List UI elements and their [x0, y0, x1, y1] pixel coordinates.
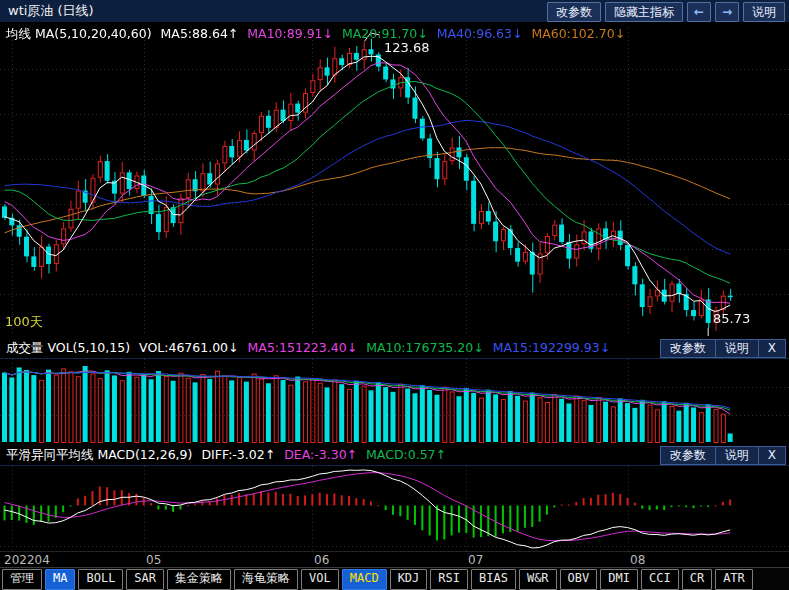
macd-value: DEA:-3.30↑	[284, 447, 357, 462]
ma-overlay-label: 均线 MA(5,10,20,40,60)	[6, 26, 152, 41]
volume-change-params-button[interactable]: 改参数	[661, 340, 715, 357]
hide-main-indicator-button[interactable]: 隐藏主指标	[605, 2, 683, 22]
indicator-toolbar: 管理MABOLLSAR集金策略海龟策略VOLMACDKDJRSIBIASW&RO…	[0, 567, 789, 590]
next-arrow-button[interactable]: →	[715, 2, 739, 22]
toolbar-item-海龟策略[interactable]: 海龟策略	[234, 569, 298, 590]
visible-range-label: 100天	[5, 313, 43, 331]
toolbar-item-bias[interactable]: BIAS	[471, 569, 516, 590]
toolbar-item-集金策略[interactable]: 集金策略	[167, 569, 231, 590]
toolbar-item-dmi[interactable]: DMI	[600, 569, 638, 590]
toolbar-item-boll[interactable]: BOLL	[78, 569, 123, 590]
macd-label: 平滑异同平均线 MACD(12,26,9)	[6, 447, 192, 462]
volume-value: MA10:176735.20↓	[366, 340, 484, 355]
ma-overlay-value: MA5:88.64↑	[161, 26, 239, 41]
ma-overlay-value: MA20:91.70↓	[342, 26, 428, 41]
toolbar-item-obv[interactable]: OBV	[560, 569, 598, 590]
volume-value: MA15:192299.93↓	[493, 340, 611, 355]
title-bar: wti原油 (日线) 改参数隐藏主指标←→说明	[0, 0, 789, 22]
peak-price-annotation: 123.68	[384, 40, 430, 55]
trough-price-annotation: 85.73	[713, 311, 750, 326]
toolbar-item-管理[interactable]: 管理	[2, 569, 42, 590]
title-bar-buttons: 改参数隐藏主指标←→说明	[547, 2, 785, 22]
axis-label-06: 06	[314, 553, 329, 567]
axis-label-05: 05	[146, 553, 161, 567]
volume-help-button[interactable]: 说明	[715, 340, 758, 357]
axis-label-202204: 202204	[4, 553, 50, 567]
toolbar-item-vol[interactable]: VOL	[301, 569, 339, 590]
toolbar-item-rsi[interactable]: RSI	[430, 569, 468, 590]
macd-value: MACD:0.57↑	[366, 447, 446, 462]
toolbar-item-cr[interactable]: CR	[682, 569, 712, 590]
macd-value: DIFF:-3.02↑	[201, 447, 275, 462]
prev-arrow-button[interactable]: ←	[687, 2, 711, 22]
volume-label: 成交量 VOL(5,10,15)	[6, 340, 130, 355]
macd-close-button[interactable]: X	[758, 447, 785, 464]
toolbar-item-ma[interactable]: MA	[45, 569, 75, 590]
macd-change-params-button[interactable]: 改参数	[661, 447, 715, 464]
trading-app-window: wti原油 (日线) 改参数隐藏主指标←→说明 均线 MA(5,10,20,40…	[0, 0, 789, 590]
ma-indicator-row: 均线 MA(5,10,20,40,60)MA5:88.64↑MA10:89.91…	[6, 26, 634, 43]
volume-indicator-row: 成交量 VOL(5,10,15)VOL:46761.00↓MA5:151223.…	[6, 340, 619, 357]
volume-value: MA5:151223.40↓	[248, 340, 358, 355]
help-button[interactable]: 说明	[743, 2, 785, 22]
volume-chart-canvas[interactable]	[0, 358, 789, 443]
macd-chart-canvas[interactable]	[0, 465, 789, 552]
main-price-chart-canvas[interactable]	[0, 28, 789, 336]
change-params-button[interactable]: 改参数	[547, 2, 601, 22]
chart-title: wti原油 (日线)	[8, 2, 94, 20]
ma-overlay-value: MA60:102.70↓	[531, 26, 625, 41]
toolbar-item-atr[interactable]: ATR	[715, 569, 753, 590]
ma-overlay-value: MA40:96.63↓	[437, 26, 523, 41]
toolbar-item-wr[interactable]: W&R	[519, 569, 557, 590]
macd-help-button[interactable]: 说明	[715, 447, 758, 464]
volume-value: VOL:46761.00↓	[139, 340, 238, 355]
macd-pane-buttons: 改参数说明X	[660, 446, 786, 465]
volume-pane-buttons: 改参数说明X	[660, 339, 786, 358]
toolbar-item-kdj[interactable]: KDJ	[390, 569, 428, 590]
volume-close-button[interactable]: X	[758, 340, 785, 357]
time-axis: 20220405060708	[0, 551, 789, 568]
toolbar-item-sar[interactable]: SAR	[126, 569, 164, 590]
toolbar-item-cci[interactable]: CCI	[641, 569, 679, 590]
axis-label-08: 08	[630, 553, 645, 567]
toolbar-item-macd[interactable]: MACD	[342, 569, 387, 590]
ma-overlay-value: MA10:89.91↓	[247, 26, 333, 41]
axis-label-07: 07	[468, 553, 483, 567]
macd-indicator-row: 平滑异同平均线 MACD(12,26,9)DIFF:-3.02↑DEA:-3.3…	[6, 447, 455, 464]
